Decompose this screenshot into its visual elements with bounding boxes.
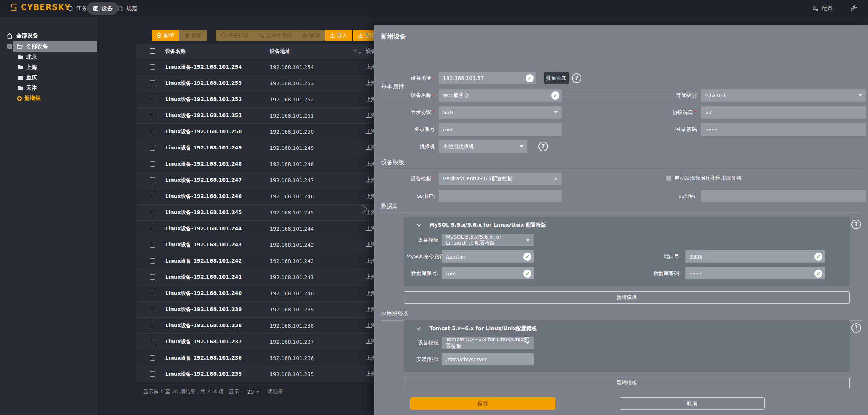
cell-device-address: 192.168.101.248 <box>270 156 314 172</box>
add-device-button[interactable]: 新增 <box>152 30 179 41</box>
section-template-title: 设备模板 <box>381 159 862 170</box>
mysql-template-select[interactable]: MySQL 5.5.x/5.6.x for Linux/Unix 配置模版 <box>442 234 534 246</box>
install-path-input[interactable]: /data/cbt/server <box>442 353 534 365</box>
tree-node-0[interactable]: 北京 <box>0 52 97 62</box>
row-checkbox[interactable] <box>150 161 155 167</box>
login-protocol-select[interactable]: SSH <box>439 106 562 119</box>
row-checkbox[interactable] <box>150 226 155 231</box>
protocol-port-input[interactable]: 22 <box>701 106 866 119</box>
batch-add-button[interactable]: 批量添加 <box>544 72 569 84</box>
help-icon[interactable]: ? <box>851 220 861 229</box>
tomcat-template-select[interactable]: Tomcat 5.x~6.x for Linux/Unix配置模板 <box>442 337 534 349</box>
cell-device-address: 192.168.101.254 <box>270 59 314 75</box>
nav-tab-tasks[interactable]: 任务 <box>67 0 87 17</box>
device-list-icon <box>93 6 99 11</box>
required-marker: * <box>432 176 435 181</box>
tree-node-label: 上海 <box>26 64 37 71</box>
tree-collapse-toggle[interactable]: − <box>7 44 12 49</box>
nav-tools[interactable] <box>851 0 857 17</box>
row-checkbox[interactable] <box>150 64 155 70</box>
device-address-input[interactable]: 192.168.101.57 ✓ <box>439 72 536 84</box>
add-db-template-button[interactable]: 新增模板 <box>404 291 850 304</box>
tree-node-all-devices[interactable]: − 全部设备 <box>0 41 97 52</box>
row-checkbox[interactable] <box>150 129 155 134</box>
db-password-input[interactable]: •••• ✓ <box>685 267 825 279</box>
cell-device-name: Linux设备-192.168.101.252 <box>165 91 242 107</box>
login-account-input[interactable]: root <box>439 123 562 136</box>
login-password-input[interactable]: •••• <box>701 123 866 136</box>
jump-server-select[interactable]: 不使用跳板机 <box>439 140 527 153</box>
row-checkbox[interactable] <box>150 323 155 328</box>
page-size-prefix: 显示 <box>229 389 239 395</box>
device-name-input[interactable]: web服务器 ✓ <box>439 89 562 102</box>
su-password-input[interactable] <box>701 190 866 202</box>
help-icon[interactable]: ? <box>538 142 548 151</box>
row-checkbox[interactable] <box>150 145 155 151</box>
device-template-select[interactable]: Redhat/CentOS 6.x配置模板 <box>439 173 562 185</box>
field-install-path: 安装路径: /data/cbt/server <box>406 353 534 365</box>
cancel-button[interactable]: 取消 <box>620 397 765 410</box>
connectivity-test-button[interactable]: 连通性测试 <box>254 30 297 41</box>
row-checkbox[interactable] <box>150 290 155 296</box>
cell-device-address: 192.168.101.237 <box>270 334 314 350</box>
row-checkbox[interactable] <box>150 210 155 215</box>
nav-config[interactable]: 配置 <box>812 0 833 17</box>
tomcat-card-header[interactable]: Tomcat 5.x~6.x for Linux/Unix配置模板 <box>416 325 537 332</box>
drawer-collapse-handle[interactable] <box>360 203 369 215</box>
row-checkbox[interactable] <box>150 371 155 377</box>
sidebar-all-devices[interactable]: 全部设备 <box>0 30 97 41</box>
select-all-checkbox[interactable] <box>150 48 155 54</box>
nav-tab-standards[interactable]: 规范 <box>117 0 137 17</box>
row-checkbox[interactable] <box>150 355 155 361</box>
db-account-input[interactable]: root ✓ <box>442 267 534 279</box>
tree-node-1[interactable]: 上海 <box>0 62 97 72</box>
mysql-card-header[interactable]: MySQL 5.5.x/5.6.x for Linux/Unix 配置模版 <box>416 222 546 228</box>
cell-device-name: Linux设备-192.168.101.241 <box>165 269 242 285</box>
valid-check-icon: ✓ <box>814 270 822 278</box>
row-checkbox[interactable] <box>150 274 155 280</box>
column-header-name[interactable]: 设备名称 <box>165 44 186 59</box>
mysql-command-path-input[interactable]: /usr/bin ✓ <box>442 250 534 263</box>
task-scan-button[interactable]: 任务扫描 <box>216 30 254 41</box>
move-button[interactable]: 移动 <box>297 30 325 41</box>
brand-logo[interactable]: CYBERSKY <box>10 3 71 12</box>
protection-level-select[interactable]: S1A1G1 <box>701 89 866 102</box>
help-icon[interactable]: ? <box>851 323 861 333</box>
field-device-address: 设备地址* 192.168.101.57 ✓ 批量添加 ? <box>381 72 536 84</box>
tree-node-2[interactable]: 重庆 <box>0 72 97 83</box>
row-checkbox[interactable] <box>150 307 155 312</box>
row-checkbox[interactable] <box>150 339 155 344</box>
row-checkbox[interactable] <box>150 177 155 183</box>
sidebar: 全部设备 − 全部设备 北京上海重庆天津 新增组 <box>0 17 97 415</box>
folder-icon <box>18 54 24 59</box>
page-size-select[interactable]: 20 <box>244 388 263 396</box>
cell-device-name: Linux设备-192.168.101.239 <box>165 302 242 317</box>
row-checkbox[interactable] <box>150 113 155 118</box>
help-icon[interactable]: ? <box>572 73 581 83</box>
add-appserver-template-button[interactable]: 新增模板 <box>404 377 850 389</box>
import-button[interactable]: 导入 <box>325 30 352 41</box>
plus-circle-icon <box>157 33 162 38</box>
toolbar-group-import-export: 导入 导出 <box>325 30 380 41</box>
cell-device-name: Linux设备-192.168.101.235 <box>165 366 242 382</box>
row-checkbox[interactable] <box>150 97 155 102</box>
row-checkbox[interactable] <box>150 242 155 248</box>
tree-node-3[interactable]: 天津 <box>0 83 97 93</box>
column-header-address[interactable]: 设备地址 <box>270 44 290 59</box>
row-checkbox[interactable] <box>150 80 155 86</box>
row-checkbox[interactable] <box>150 194 155 199</box>
db-port-input[interactable]: 3306 ✓ <box>685 250 825 263</box>
sort-icon[interactable] <box>353 49 362 54</box>
save-button[interactable]: 保存 <box>410 397 555 410</box>
tree-node-label: 北京 <box>26 54 37 61</box>
field-protection-level: 等保级别 S1A1G1 <box>616 89 866 102</box>
chevron-down-icon <box>554 111 558 113</box>
su-user-input[interactable] <box>439 190 562 202</box>
auto-discover-checkbox[interactable]: 自动发现数据库和应用服务器 <box>666 175 741 181</box>
folder-icon <box>18 85 24 90</box>
nav-tab-devices[interactable]: 设备 <box>87 2 119 15</box>
toolbar-group-add-delete: 新增 删除 <box>152 30 207 41</box>
row-checkbox[interactable] <box>150 258 155 264</box>
delete-device-button[interactable]: 删除 <box>179 30 207 41</box>
tree-add-group[interactable]: 新增组 <box>0 93 97 104</box>
